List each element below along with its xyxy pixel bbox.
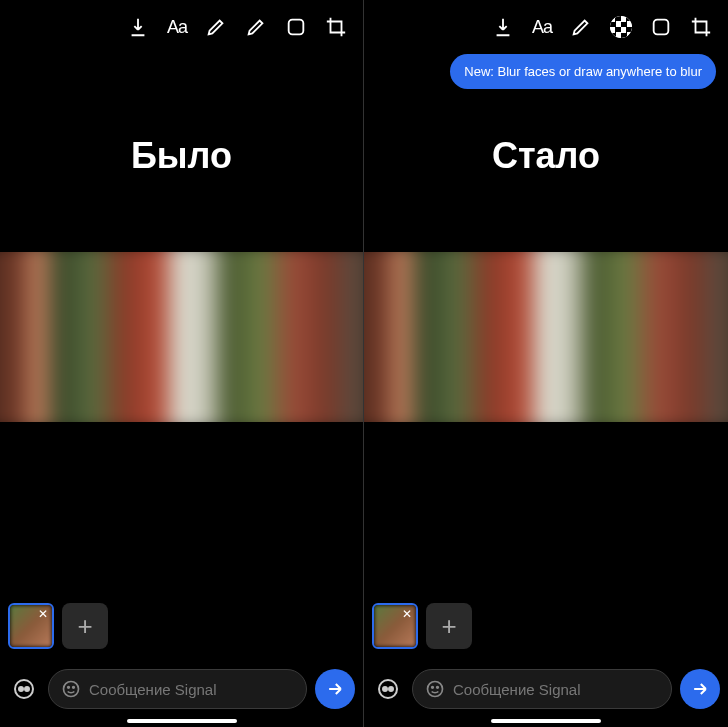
home-indicator <box>127 719 237 723</box>
svg-rect-0 <box>289 20 304 35</box>
heading-after: Стало <box>364 135 728 177</box>
editor-toolbar: Aa <box>0 0 363 50</box>
emoji-icon[interactable] <box>425 679 445 699</box>
attachment-row: ✕ + <box>372 603 472 649</box>
marker-icon[interactable] <box>245 16 267 38</box>
text-tool[interactable]: Aa <box>167 17 187 38</box>
remove-attachment-icon[interactable]: ✕ <box>400 607 414 621</box>
attachment-thumbnail[interactable]: ✕ <box>8 603 54 649</box>
attachment-thumbnail[interactable]: ✕ <box>372 603 418 649</box>
svg-point-6 <box>73 687 75 689</box>
image-preview[interactable] <box>364 252 728 422</box>
compose-bar: Сообщение Signal <box>8 669 355 709</box>
view-once-icon[interactable] <box>8 673 40 705</box>
svg-point-5 <box>68 687 70 689</box>
add-attachment-button[interactable]: + <box>62 603 108 649</box>
svg-point-12 <box>432 687 434 689</box>
save-icon[interactable] <box>492 16 514 38</box>
blur-tool-icon[interactable] <box>610 16 632 38</box>
view-once-icon[interactable] <box>372 673 404 705</box>
send-button[interactable] <box>315 669 355 709</box>
pen-icon[interactable] <box>205 16 227 38</box>
home-indicator <box>491 719 601 723</box>
save-icon[interactable] <box>127 16 149 38</box>
compose-bar: Сообщение Signal <box>372 669 720 709</box>
panel-after: Aa New: Blur faces or draw anywhere to b… <box>364 0 728 727</box>
svg-point-4 <box>64 682 79 697</box>
photo-content <box>364 252 728 422</box>
svg-point-11 <box>428 682 443 697</box>
crop-icon[interactable] <box>690 16 712 38</box>
emoji-icon[interactable] <box>61 679 81 699</box>
text-tool[interactable]: Aa <box>532 17 552 38</box>
image-preview[interactable] <box>0 252 363 422</box>
pen-icon[interactable] <box>570 16 592 38</box>
message-input[interactable]: Сообщение Signal <box>412 669 672 709</box>
sticker-icon[interactable] <box>285 16 307 38</box>
photo-content <box>0 252 363 422</box>
svg-point-2 <box>19 687 23 691</box>
svg-point-9 <box>383 687 387 691</box>
attachment-row: ✕ + <box>8 603 108 649</box>
message-placeholder: Сообщение Signal <box>453 681 659 698</box>
svg-point-3 <box>25 687 29 691</box>
svg-point-10 <box>389 687 393 691</box>
sticker-icon[interactable] <box>650 16 672 38</box>
message-input[interactable]: Сообщение Signal <box>48 669 307 709</box>
blur-tooltip: New: Blur faces or draw anywhere to blur <box>450 54 716 89</box>
svg-point-13 <box>437 687 439 689</box>
crop-icon[interactable] <box>325 16 347 38</box>
send-button[interactable] <box>680 669 720 709</box>
panel-before: Aa Было ✕ + Сообщение Sig <box>0 0 364 727</box>
editor-toolbar: Aa <box>364 0 728 50</box>
message-placeholder: Сообщение Signal <box>89 681 294 698</box>
heading-before: Было <box>0 135 363 177</box>
add-attachment-button[interactable]: + <box>426 603 472 649</box>
svg-rect-7 <box>654 20 669 35</box>
remove-attachment-icon[interactable]: ✕ <box>36 607 50 621</box>
